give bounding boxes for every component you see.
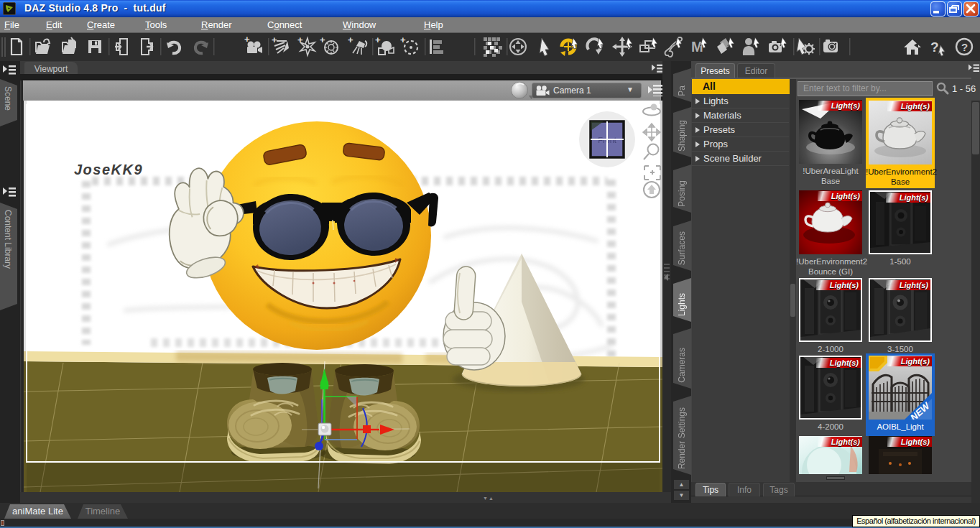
svg-text:?: ? xyxy=(930,40,939,55)
svg-text:+: + xyxy=(375,34,381,45)
svg-text:+: + xyxy=(320,34,325,45)
svg-text:JoseKK9: JoseKK9 xyxy=(74,162,143,177)
svg-text:?: ? xyxy=(961,41,968,53)
svg-text:+: + xyxy=(400,34,406,45)
svg-text:+: + xyxy=(272,34,277,45)
svg-text:M: M xyxy=(691,39,703,55)
svg-text:+: + xyxy=(348,34,353,45)
